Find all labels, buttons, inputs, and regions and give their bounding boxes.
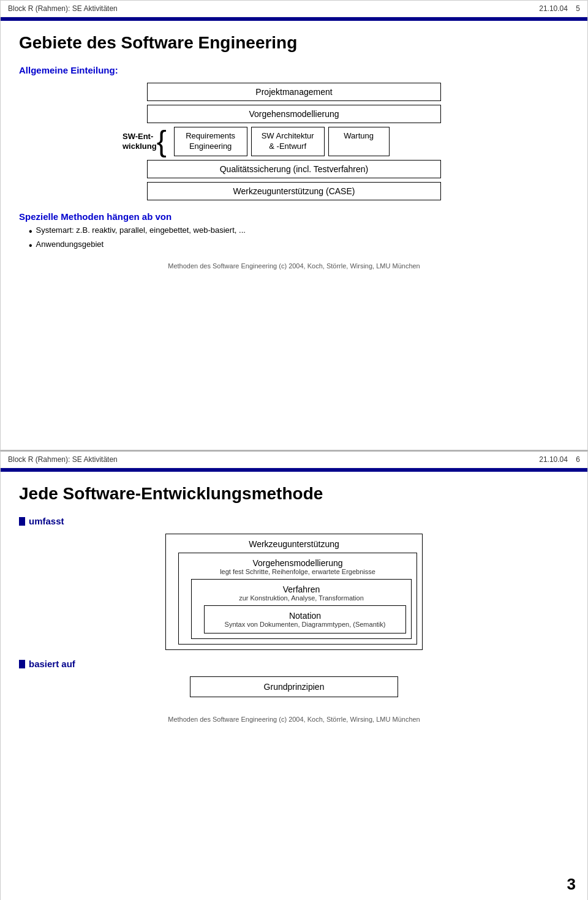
sw-row: SW-Ent- wicklung { Requirements Engineer…	[123, 127, 466, 156]
grundprinzipien-inner-box: Grundprinzipien	[190, 676, 398, 697]
allgemeine-label: Allgemeine Einteilung:	[19, 65, 569, 75]
spezielle-section: Spezielle Methoden hängen ab von • Syste…	[19, 211, 569, 251]
sw-architektur-box: SW Architektur & -Entwurf	[251, 127, 325, 156]
werkzeug-nested-box: Werkzeugunterstützung Vorgehensmodellier…	[165, 534, 423, 650]
slide-2-content: Jede Software-Entwicklungsmethode umfass…	[1, 472, 587, 735]
vorgehens-nested-box: Vorgehensmodellierung legt fest Schritte…	[178, 553, 417, 645]
bullet-dot-2: •	[29, 240, 32, 251]
slide-1-header: Block R (Rahmen): SE Aktivitäten 21.10.0…	[1, 1, 587, 17]
brace-icon: {	[157, 127, 167, 156]
slide-2-header-left: Block R (Rahmen): SE Aktivitäten	[8, 455, 118, 464]
slide-1-main-title: Gebiete des Software Engineering	[19, 33, 569, 53]
vorgehensmodellierung-box: Vorgehensmodellierung	[147, 105, 441, 123]
qualitaet-box: Qualitätssicherung (incl. Testverfahren)	[147, 160, 441, 178]
blue-rect-2-icon	[19, 660, 25, 668]
slide-2-header: Block R (Rahmen): SE Aktivitäten 21.10.0…	[1, 452, 587, 468]
werkzeug-box: Werkzeugunterstützung (CASE)	[147, 182, 441, 200]
bullet-2: • Anwendungsgebiet	[29, 240, 569, 251]
spezielle-title: Spezielle Methoden hängen ab von	[19, 211, 569, 222]
notation-nested-box: Notation Syntax von Dokumenten, Diagramm…	[204, 605, 406, 633]
slide-1-content: Gebiete des Software Engineering Allgeme…	[1, 21, 587, 282]
bullet-1: • Systemart: z.B. reaktiv, parallel, ein…	[29, 225, 569, 237]
basiert-label: basiert auf	[19, 659, 569, 669]
slide-2-header-right: 21.10.04 6	[539, 455, 580, 464]
blue-rect-icon	[19, 517, 25, 526]
slide-2-footer: Methoden des Software Engineering (c) 20…	[19, 716, 569, 723]
umfasst-label: umfasst	[19, 516, 569, 526]
slide-1-footer: Methoden des Software Engineering (c) 20…	[19, 262, 569, 270]
verfahren-nested-box: Verfahren zur Konstruktion, Analyse, Tra…	[191, 579, 412, 639]
slide-2-main-title: Jede Software-Entwicklungsmethode	[19, 484, 569, 504]
slide-1-header-right: 21.10.04 5	[539, 4, 580, 13]
three-boxes: Requirements Engineering SW Architektur …	[174, 127, 466, 156]
slide-1-header-left: Block R (Rahmen): SE Aktivitäten	[8, 4, 118, 13]
bullet-dot-1: •	[29, 225, 32, 237]
slide-1: Block R (Rahmen): SE Aktivitäten 21.10.0…	[0, 0, 588, 450]
nested-boxes: Werkzeugunterstützung Vorgehensmodellier…	[19, 534, 569, 650]
sw-label-group: SW-Ent- wicklung {	[123, 127, 169, 156]
requirements-box: Requirements Engineering	[174, 127, 247, 156]
wartung-box: Wartung	[328, 127, 390, 156]
projektmanagement-box: Projektmanagement	[147, 83, 441, 101]
diagram-area: Projektmanagement Vorgehensmodellierung …	[19, 83, 569, 204]
slide-2: Block R (Rahmen): SE Aktivitäten 21.10.0…	[0, 450, 588, 900]
grundprinzipien-box: Grundprinzipien	[19, 676, 569, 697]
page-number: 3	[567, 875, 576, 894]
